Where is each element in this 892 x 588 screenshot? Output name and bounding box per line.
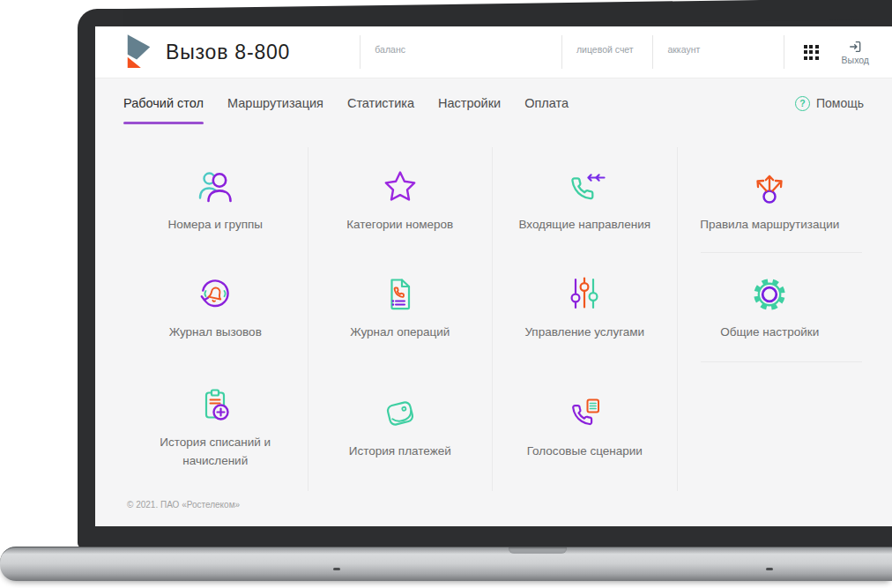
people-icon — [194, 166, 236, 208]
app-header: Вызов 8-800 баланс лицевой счет аккаунт — [95, 26, 892, 78]
copyright-text: © 2021. ПАО «Ростелеком» — [127, 500, 892, 510]
help-question-icon — [795, 96, 810, 111]
rostelecom-logo-icon — [123, 33, 153, 71]
logout-label: Выход — [842, 55, 869, 65]
laptop-latch-notch — [509, 547, 567, 554]
account-label: аккаунт — [667, 44, 700, 55]
balance-label: баланс — [375, 44, 405, 55]
tile-voice-scenarios[interactable]: Голосовые сценарии — [493, 362, 678, 491]
help-link[interactable]: Помощь — [795, 96, 864, 111]
tile-label: История списаний и начислений — [137, 434, 294, 470]
wallet-icon — [379, 392, 421, 435]
logout-icon — [848, 40, 862, 54]
tile-general-settings[interactable]: Общие настройки — [678, 253, 863, 362]
brand-logo[interactable]: Вызов 8-800 — [95, 33, 360, 71]
tab-statistics[interactable]: Статистика — [347, 78, 414, 128]
tab-routing[interactable]: Маршрутизация — [227, 78, 323, 128]
personal-account-label: лицевой счет — [576, 44, 634, 55]
tile-service-management[interactable]: Управление услугами — [493, 253, 678, 362]
app-window: Вызов 8-800 баланс лицевой счет аккаунт — [95, 26, 892, 526]
empty-cell — [678, 362, 863, 491]
account-field: аккаунт — [652, 35, 783, 69]
clipboard-plus-icon — [194, 383, 236, 426]
main-nav: Рабочий стол Маршрутизация Статистика На… — [95, 78, 892, 128]
tile-routing-rules[interactable]: Правила маршрутизации — [678, 147, 863, 253]
document-phone-icon — [379, 273, 421, 316]
tab-desktop[interactable]: Рабочий стол — [123, 78, 204, 128]
tile-charges-history[interactable]: История списаний и начислений — [123, 362, 308, 491]
tile-label: Журнал операций — [350, 324, 450, 341]
app-title: Вызов 8-800 — [166, 41, 290, 64]
laptop-base — [0, 547, 892, 581]
dashboard-grid: Номера и группы Категории номеров Входящ… — [123, 147, 862, 491]
help-label: Помощь — [816, 96, 864, 110]
logout-button[interactable]: Выход — [842, 40, 869, 65]
routing-arrows-icon — [748, 166, 791, 208]
header-actions: Выход — [784, 35, 892, 69]
tile-label: Правила маршрутизации — [700, 216, 839, 234]
tile-label: Управление услугами — [524, 324, 644, 341]
laptop-foot — [766, 568, 773, 570]
balance-field: баланс — [360, 35, 561, 69]
personal-account-field: лицевой счет — [561, 35, 652, 69]
gear-icon — [748, 273, 791, 316]
tile-label: Входящие направления — [518, 216, 650, 234]
incoming-call-icon — [563, 166, 606, 208]
tile-incoming-directions[interactable]: Входящие направления — [493, 147, 678, 253]
laptop-foot — [333, 568, 340, 570]
tile-label: История платежей — [349, 443, 451, 460]
sliders-icon — [563, 273, 606, 316]
tile-call-log[interactable]: Журнал вызовов — [123, 253, 308, 362]
tile-operations-log[interactable]: Журнал операций — [308, 253, 494, 362]
tile-label: Номера и группы — [168, 216, 263, 234]
apps-grid-icon[interactable] — [804, 45, 819, 60]
tile-number-categories[interactable]: Категории номеров — [308, 147, 494, 253]
bell-refresh-icon — [194, 273, 236, 316]
tile-label: Голосовые сценарии — [527, 443, 643, 460]
tab-settings[interactable]: Настройки — [438, 78, 501, 128]
tab-payment[interactable]: Оплата — [524, 78, 569, 128]
tile-label: Общие настройки — [720, 324, 819, 341]
phone-script-icon — [563, 392, 606, 435]
tile-payments-history[interactable]: История платежей — [308, 362, 494, 491]
laptop-mockup: Вызов 8-800 баланс лицевой счет аккаунт — [0, 0, 892, 588]
tile-numbers-and-groups[interactable]: Номера и группы — [123, 147, 308, 253]
star-icon — [379, 166, 421, 208]
tile-label: Журнал вызовов — [169, 324, 262, 341]
tile-label: Категории номеров — [346, 216, 453, 234]
